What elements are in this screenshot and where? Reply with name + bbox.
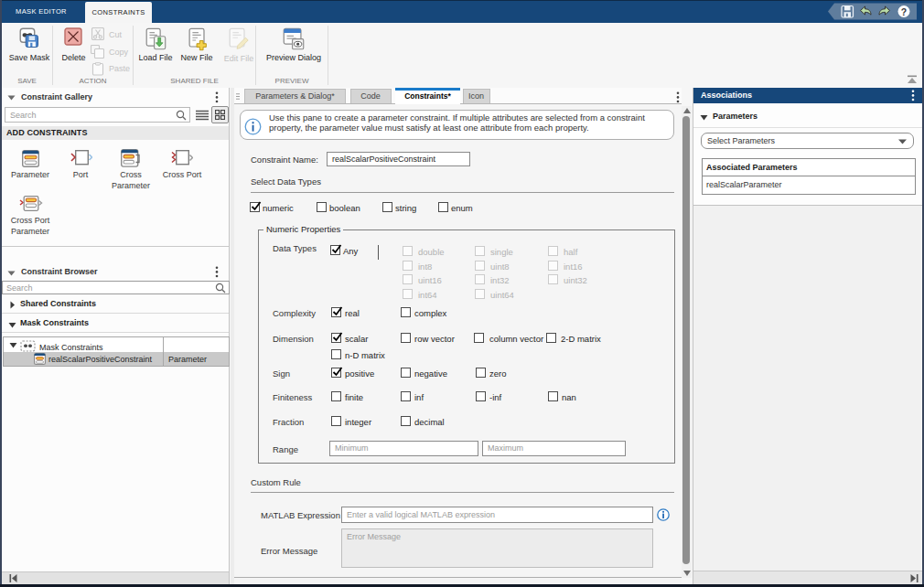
svg-text:?: ? bbox=[901, 6, 907, 17]
